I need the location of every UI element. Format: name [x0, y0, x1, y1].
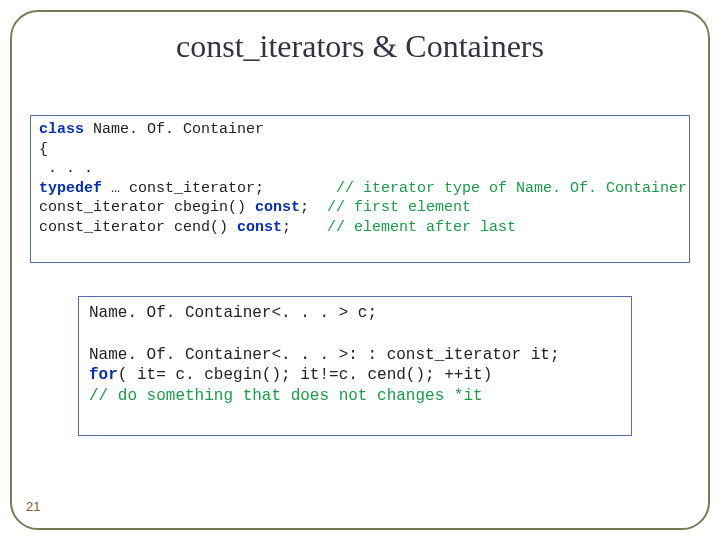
code-text: Name. Of. Container — [84, 121, 264, 138]
keyword-const: const — [237, 219, 282, 236]
slide-frame — [10, 10, 710, 530]
comment: // do something that does not changes *i… — [89, 387, 483, 405]
keyword-class: class — [39, 121, 84, 138]
code-text: Name. Of. Container<. . . > c; — [89, 304, 377, 322]
keyword-typedef: typedef — [39, 180, 102, 197]
code-text: ( it= c. cbegin(); it!=c. cend(); ++it) — [118, 366, 492, 384]
slide-title: const_iterators & Containers — [0, 28, 720, 65]
comment: // iterator type of Name. Of. Container — [336, 180, 687, 197]
code-text: const_iterator cend() — [39, 219, 237, 236]
code-text: . . . — [39, 160, 102, 177]
comment: // element after last — [327, 219, 516, 236]
keyword-const: const — [255, 199, 300, 216]
slide: const_iterators & Containers class Name.… — [0, 0, 720, 540]
code-text: { — [39, 141, 48, 158]
keyword-for: for — [89, 366, 118, 384]
code-text: Name. Of. Container<. . . >: : const_ite… — [89, 346, 559, 364]
code-text: ; — [282, 219, 327, 236]
page-number: 21 — [26, 499, 40, 514]
code-box-class: class Name. Of. Container { . . . typede… — [30, 115, 690, 263]
code-text: ; — [300, 199, 327, 216]
comment: // first element — [327, 199, 471, 216]
code-text: … const_iterator; — [102, 180, 336, 197]
code-text: const_iterator cbegin() — [39, 199, 255, 216]
code-box-usage: Name. Of. Container<. . . > c; Name. Of.… — [78, 296, 632, 436]
